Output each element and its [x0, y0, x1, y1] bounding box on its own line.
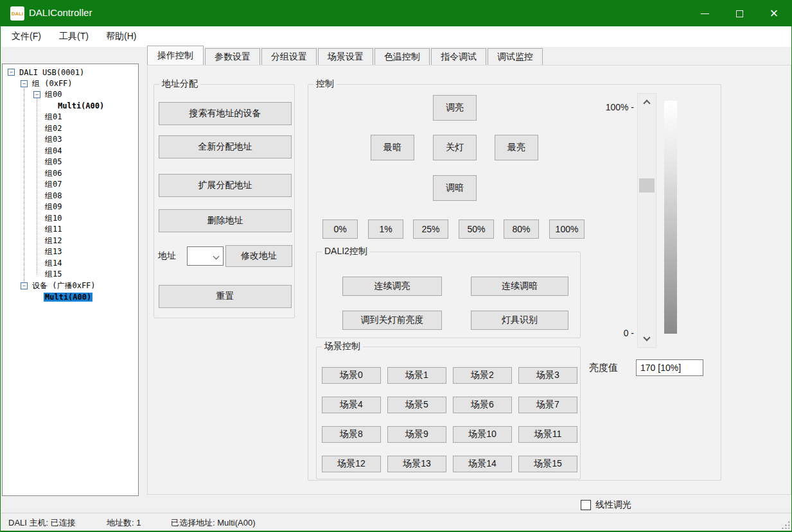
scene-button-3[interactable]: 场景3 [518, 367, 577, 384]
reset-button[interactable]: 重置 [159, 285, 292, 308]
tree-item[interactable]: −组 (0xFF) [3, 78, 138, 90]
percent-button-0%[interactable]: 0% [322, 219, 358, 239]
tree-item[interactable]: 组03 [3, 134, 138, 146]
tree-item[interactable]: 组12 [3, 236, 138, 247]
tree-expander[interactable]: − [21, 282, 31, 289]
brightest-button[interactable]: 最亮 [495, 135, 538, 160]
tree-item[interactable]: 组01 [3, 112, 138, 123]
modify-address-button[interactable]: 修改地址 [225, 245, 292, 267]
scene-button-8[interactable]: 场景8 [322, 426, 381, 443]
tree-item[interactable]: 组10 [3, 213, 138, 225]
luminaire-identify-button[interactable]: 灯具识别 [471, 311, 568, 330]
tab-色温控制[interactable]: 色温控制 [374, 48, 430, 65]
menu-item-0[interactable]: 文件(F) [12, 31, 41, 42]
tree-item[interactable]: 组06 [3, 168, 138, 180]
scene-button-1[interactable]: 场景1 [387, 367, 446, 384]
collapse-minus-icon[interactable]: − [21, 80, 28, 87]
scene-button-14[interactable]: 场景14 [453, 456, 512, 472]
tab-操作控制[interactable]: 操作控制 [147, 46, 204, 65]
percent-button-50%[interactable]: 50% [459, 219, 494, 239]
darkest-button[interactable]: 最暗 [371, 135, 414, 160]
tree-item[interactable]: 组05 [3, 157, 138, 168]
address-label: 地址 [158, 250, 176, 262]
scene-button-4[interactable]: 场景4 [322, 397, 381, 413]
scene-button-10[interactable]: 场景10 [453, 426, 512, 443]
continuous-brighten-button[interactable]: 连续调亮 [342, 277, 442, 296]
tree-item-label: 组06 [44, 168, 63, 179]
tab-参数设置[interactable]: 参数设置 [205, 48, 260, 65]
tree-item[interactable]: 组02 [3, 123, 138, 135]
restore-pre-off-brightness-button[interactable]: 调到关灯前亮度 [342, 311, 442, 330]
assign-new-address-button[interactable]: 全新分配地址 [159, 135, 292, 159]
tab-调试监控[interactable]: 调试监控 [488, 48, 543, 65]
scene-button-7[interactable]: 场景7 [518, 397, 577, 413]
tree-item-label: 组08 [44, 191, 63, 202]
tab-分组设置[interactable]: 分组设置 [261, 48, 317, 65]
tree-item[interactable]: 组13 [3, 246, 138, 258]
tab-场景设置[interactable]: 场景设置 [318, 48, 373, 65]
tree-item-label: Multi(A00) [44, 293, 92, 302]
tree-item[interactable]: −组00 [3, 89, 138, 101]
tree-item[interactable]: −DALI USB(0001) [3, 67, 138, 78]
collapse-minus-icon[interactable]: − [21, 282, 28, 289]
delete-address-button[interactable]: 删除地址 [159, 209, 292, 232]
tree-item-label: 组15 [44, 269, 63, 280]
tree-item[interactable]: 组11 [3, 224, 138, 236]
app-icon: DALI [10, 6, 24, 21]
tree-item-label: 组04 [44, 146, 63, 157]
collapse-minus-icon[interactable]: − [33, 91, 40, 98]
tree-item[interactable]: 组07 [3, 179, 138, 191]
scene-button-15[interactable]: 场景15 [518, 456, 577, 472]
maximize-icon [736, 10, 743, 17]
close-icon: × [770, 6, 779, 21]
tree-item[interactable]: −设备 (广播0xFF) [3, 280, 138, 292]
scene-button-0[interactable]: 场景0 [322, 367, 381, 384]
tab-指令调试[interactable]: 指令调试 [431, 48, 486, 65]
tree-item[interactable]: 组08 [3, 191, 138, 202]
tree-item[interactable]: 组14 [3, 258, 138, 270]
brightness-value-field[interactable]: 170 [10%] [636, 359, 703, 376]
tree-item[interactable]: 组04 [3, 146, 138, 157]
percent-button-80%[interactable]: 80% [504, 219, 539, 239]
menu-item-2[interactable]: 帮助(H) [106, 31, 136, 42]
tree-item-label: 组02 [44, 123, 63, 134]
tree-item-label: 组 (0xFF) [31, 78, 74, 89]
dim-button[interactable]: 调暗 [433, 175, 477, 201]
scene-button-6[interactable]: 场景6 [453, 397, 512, 413]
extend-assign-address-button[interactable]: 扩展分配地址 [159, 174, 292, 197]
search-addressed-devices-button[interactable]: 搜索有地址的设备 [159, 102, 292, 125]
continuous-dim-button[interactable]: 连续调暗 [471, 277, 568, 296]
tree-expander[interactable]: − [8, 69, 18, 76]
address-combobox[interactable] [187, 246, 224, 266]
scroll-up-icon[interactable] [643, 99, 650, 107]
tree-item[interactable]: Multi(A00) [3, 291, 138, 303]
tree-expander[interactable]: − [33, 91, 44, 98]
tree-expander[interactable]: − [21, 80, 31, 87]
menu-item-1[interactable]: 工具(T) [59, 31, 89, 42]
scene-button-2[interactable]: 场景2 [453, 367, 512, 384]
scroll-down-icon[interactable] [643, 334, 650, 341]
percent-button-1%[interactable]: 1% [368, 219, 403, 239]
tree-item[interactable]: Multi(A00) [3, 101, 138, 112]
tree-item[interactable]: 组15 [3, 269, 138, 280]
close-button[interactable]: × [757, 1, 791, 26]
scrollbar-thumb[interactable] [639, 178, 655, 193]
scene-button-13[interactable]: 场景13 [387, 456, 446, 472]
minimize-button[interactable] [687, 1, 722, 26]
brighten-button[interactable]: 调亮 [433, 95, 477, 121]
scene-button-5[interactable]: 场景5 [387, 397, 446, 413]
status-item-1: 地址数: 1 [107, 517, 141, 529]
maximize-button[interactable] [722, 1, 757, 26]
checkbox-icon[interactable] [581, 500, 591, 510]
collapse-minus-icon[interactable]: − [8, 69, 15, 76]
tree-item[interactable]: 组09 [3, 202, 138, 213]
percent-button-25%[interactable]: 25% [413, 219, 448, 239]
scene-button-12[interactable]: 场景12 [322, 456, 381, 472]
light-off-button[interactable]: 关灯 [433, 135, 477, 160]
percent-button-100%[interactable]: 100% [549, 219, 585, 239]
brightness-scrollbar[interactable] [637, 93, 656, 348]
scene-button-9[interactable]: 场景9 [387, 426, 446, 443]
resize-grip-icon[interactable] [780, 520, 789, 529]
scene-button-11[interactable]: 场景11 [518, 426, 577, 443]
linear-dimming-checkbox[interactable]: 线性调光 [581, 499, 631, 511]
